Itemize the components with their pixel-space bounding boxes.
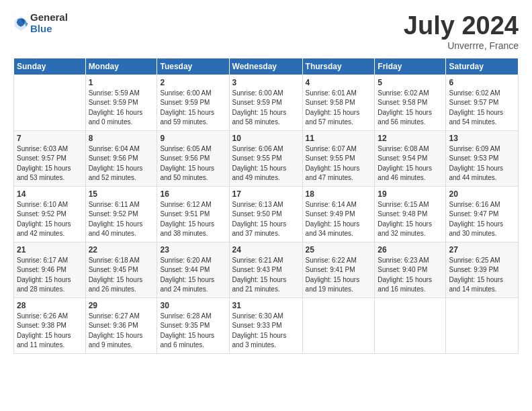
- table-row: 9Sunrise: 6:05 AMSunset: 9:56 PMDaylight…: [157, 130, 229, 186]
- day-number: 15: [89, 189, 154, 199]
- day-info: Sunrise: 6:03 AMSunset: 9:57 PMDaylight:…: [17, 144, 83, 183]
- header-row: Sunday Monday Tuesday Wednesday Thursday…: [14, 58, 519, 75]
- logo-general: General: [30, 12, 68, 24]
- day-info: Sunrise: 6:27 AMSunset: 9:36 PMDaylight:…: [89, 312, 154, 351]
- day-number: 23: [160, 245, 226, 255]
- table-row: 7Sunrise: 6:03 AMSunset: 9:57 PMDaylight…: [14, 130, 86, 186]
- day-info: Sunrise: 6:05 AMSunset: 9:56 PMDaylight:…: [160, 144, 226, 183]
- day-number: 11: [306, 134, 372, 143]
- day-number: 7: [17, 134, 83, 143]
- day-info: Sunrise: 6:30 AMSunset: 9:33 PMDaylight:…: [232, 312, 300, 351]
- col-tuesday: Tuesday: [157, 58, 229, 75]
- table-row: [375, 298, 446, 353]
- col-thursday: Thursday: [302, 58, 375, 75]
- day-info: Sunrise: 6:18 AMSunset: 9:45 PMDaylight:…: [89, 256, 154, 295]
- table-row: 8Sunrise: 6:04 AMSunset: 9:56 PMDaylight…: [85, 130, 157, 186]
- day-info: Sunrise: 6:06 AMSunset: 9:55 PMDaylight:…: [232, 144, 300, 183]
- day-number: 29: [89, 301, 154, 310]
- table-row: 28Sunrise: 6:26 AMSunset: 9:38 PMDayligh…: [14, 298, 86, 353]
- day-info: Sunrise: 6:17 AMSunset: 9:46 PMDaylight:…: [17, 256, 83, 295]
- day-number: 6: [449, 78, 515, 87]
- col-saturday: Saturday: [446, 58, 519, 75]
- day-info: Sunrise: 6:11 AMSunset: 9:52 PMDaylight:…: [89, 200, 154, 239]
- calendar-table: Sunday Monday Tuesday Wednesday Thursday…: [13, 58, 519, 354]
- week-row-0: 1Sunrise: 5:59 AMSunset: 9:59 PMDaylight…: [14, 75, 519, 130]
- table-row: 18Sunrise: 6:14 AMSunset: 9:49 PMDayligh…: [302, 186, 375, 242]
- day-info: Sunrise: 6:00 AMSunset: 9:59 PMDaylight:…: [160, 89, 226, 128]
- month-title: July 2024: [404, 12, 519, 40]
- day-number: 4: [306, 78, 372, 87]
- logo-text: General Blue: [30, 12, 68, 34]
- table-row: 5Sunrise: 6:02 AMSunset: 9:58 PMDaylight…: [375, 75, 446, 130]
- table-row: 25Sunrise: 6:22 AMSunset: 9:41 PMDayligh…: [302, 242, 375, 298]
- day-number: 9: [160, 134, 226, 143]
- day-number: 3: [232, 78, 300, 87]
- table-row: 21Sunrise: 6:17 AMSunset: 9:46 PMDayligh…: [14, 242, 86, 298]
- logo-blue: Blue: [30, 24, 68, 35]
- day-number: 19: [378, 189, 443, 199]
- table-row: 26Sunrise: 6:23 AMSunset: 9:40 PMDayligh…: [375, 242, 446, 298]
- week-row-4: 28Sunrise: 6:26 AMSunset: 9:38 PMDayligh…: [14, 298, 519, 353]
- col-friday: Friday: [375, 58, 446, 75]
- day-number: 22: [89, 245, 154, 255]
- day-number: 10: [232, 134, 300, 143]
- table-row: 11Sunrise: 6:07 AMSunset: 9:55 PMDayligh…: [302, 130, 375, 186]
- day-number: 2: [160, 78, 226, 87]
- day-number: 28: [17, 301, 83, 310]
- day-info: Sunrise: 6:02 AMSunset: 9:58 PMDaylight:…: [378, 89, 443, 128]
- table-row: 27Sunrise: 6:25 AMSunset: 9:39 PMDayligh…: [446, 242, 519, 298]
- logo: General Blue: [13, 12, 68, 34]
- col-sunday: Sunday: [14, 58, 86, 75]
- day-info: Sunrise: 6:26 AMSunset: 9:38 PMDaylight:…: [17, 312, 83, 351]
- table-row: 4Sunrise: 6:01 AMSunset: 9:58 PMDaylight…: [302, 75, 375, 130]
- day-number: 26: [378, 245, 443, 255]
- table-row: 20Sunrise: 6:16 AMSunset: 9:47 PMDayligh…: [446, 186, 519, 242]
- table-row: 17Sunrise: 6:13 AMSunset: 9:50 PMDayligh…: [229, 186, 302, 242]
- day-number: 18: [306, 189, 372, 199]
- table-row: 12Sunrise: 6:08 AMSunset: 9:54 PMDayligh…: [375, 130, 446, 186]
- day-info: Sunrise: 6:08 AMSunset: 9:54 PMDaylight:…: [378, 144, 443, 183]
- week-row-2: 14Sunrise: 6:10 AMSunset: 9:52 PMDayligh…: [14, 186, 519, 242]
- day-info: Sunrise: 6:07 AMSunset: 9:55 PMDaylight:…: [306, 144, 372, 183]
- day-info: Sunrise: 6:23 AMSunset: 9:40 PMDaylight:…: [378, 256, 443, 295]
- day-info: Sunrise: 6:14 AMSunset: 9:49 PMDaylight:…: [306, 200, 372, 239]
- day-info: Sunrise: 6:15 AMSunset: 9:48 PMDaylight:…: [378, 200, 443, 239]
- table-row: 31Sunrise: 6:30 AMSunset: 9:33 PMDayligh…: [229, 298, 302, 353]
- table-row: 3Sunrise: 6:00 AMSunset: 9:59 PMDaylight…: [229, 75, 302, 130]
- day-number: 24: [232, 245, 300, 255]
- day-info: Sunrise: 6:22 AMSunset: 9:41 PMDaylight:…: [306, 256, 372, 295]
- table-row: 13Sunrise: 6:09 AMSunset: 9:53 PMDayligh…: [446, 130, 519, 186]
- day-number: 27: [449, 245, 515, 255]
- table-row: 19Sunrise: 6:15 AMSunset: 9:48 PMDayligh…: [375, 186, 446, 242]
- table-row: 30Sunrise: 6:28 AMSunset: 9:35 PMDayligh…: [157, 298, 229, 353]
- day-info: Sunrise: 6:12 AMSunset: 9:51 PMDaylight:…: [160, 200, 226, 239]
- day-info: Sunrise: 6:09 AMSunset: 9:53 PMDaylight:…: [449, 144, 515, 183]
- table-row: 2Sunrise: 6:00 AMSunset: 9:59 PMDaylight…: [157, 75, 229, 130]
- day-info: Sunrise: 6:04 AMSunset: 9:56 PMDaylight:…: [89, 144, 154, 183]
- table-row: 16Sunrise: 6:12 AMSunset: 9:51 PMDayligh…: [157, 186, 229, 242]
- table-row: [302, 298, 375, 353]
- day-number: 13: [449, 134, 515, 143]
- location: Unverrre, France: [404, 40, 519, 51]
- day-number: 20: [449, 189, 515, 199]
- table-row: [446, 298, 519, 353]
- day-info: Sunrise: 6:21 AMSunset: 9:43 PMDaylight:…: [232, 256, 300, 295]
- day-info: Sunrise: 6:16 AMSunset: 9:47 PMDaylight:…: [449, 200, 515, 239]
- day-number: 30: [160, 301, 226, 310]
- table-row: 29Sunrise: 6:27 AMSunset: 9:36 PMDayligh…: [85, 298, 157, 353]
- week-row-3: 21Sunrise: 6:17 AMSunset: 9:46 PMDayligh…: [14, 242, 519, 298]
- table-row: 10Sunrise: 6:06 AMSunset: 9:55 PMDayligh…: [229, 130, 302, 186]
- day-info: Sunrise: 5:59 AMSunset: 9:59 PMDaylight:…: [89, 89, 154, 128]
- day-number: 25: [306, 245, 372, 255]
- day-info: Sunrise: 6:10 AMSunset: 9:52 PMDaylight:…: [17, 200, 83, 239]
- day-info: Sunrise: 6:00 AMSunset: 9:59 PMDaylight:…: [232, 89, 300, 128]
- day-info: Sunrise: 6:13 AMSunset: 9:50 PMDaylight:…: [232, 200, 300, 239]
- day-info: Sunrise: 6:25 AMSunset: 9:39 PMDaylight:…: [449, 256, 515, 295]
- day-number: 8: [89, 134, 154, 143]
- day-info: Sunrise: 6:20 AMSunset: 9:44 PMDaylight:…: [160, 256, 226, 295]
- day-number: 31: [232, 301, 300, 310]
- day-info: Sunrise: 6:02 AMSunset: 9:57 PMDaylight:…: [449, 89, 515, 128]
- day-info: Sunrise: 6:28 AMSunset: 9:35 PMDaylight:…: [160, 312, 226, 351]
- day-number: 1: [89, 78, 154, 87]
- day-info: Sunrise: 6:01 AMSunset: 9:58 PMDaylight:…: [306, 89, 372, 128]
